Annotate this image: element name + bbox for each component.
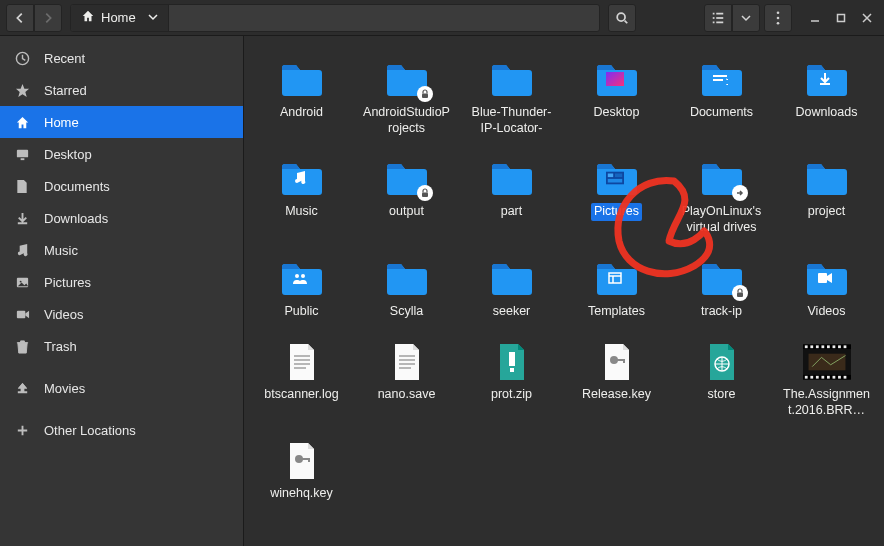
close-button[interactable] [859, 10, 875, 26]
sidebar-item-label: Downloads [44, 211, 108, 226]
lock-badge [417, 86, 433, 102]
item-icon [803, 259, 851, 299]
view-options-button[interactable] [732, 4, 760, 32]
grid-item[interactable]: nano.save [357, 338, 456, 423]
view-group [704, 4, 760, 32]
sidebar-item-label: Home [44, 115, 79, 130]
svg-rect-58 [815, 376, 818, 379]
grid-item[interactable]: store [672, 338, 771, 423]
sidebar-item-videos[interactable]: Videos [0, 298, 243, 330]
svg-point-7 [777, 11, 780, 14]
lock-badge [732, 285, 748, 301]
grid-item[interactable]: Documents [672, 56, 771, 141]
svg-rect-23 [607, 174, 612, 178]
item-icon [698, 259, 746, 299]
sidebar-item-starred[interactable]: Starred [0, 74, 243, 106]
svg-point-15 [19, 280, 21, 282]
svg-rect-57 [810, 376, 813, 379]
document-emblem [711, 72, 729, 86]
grid-item[interactable]: Public [252, 255, 351, 325]
grid-item[interactable]: Pictures [567, 155, 666, 240]
item-label: Android [277, 104, 326, 122]
grid-item[interactable]: Videos [777, 255, 876, 325]
grid-item[interactable]: PlayOnLinux's virtual drives [672, 155, 771, 240]
hamburger-menu-button[interactable] [764, 4, 792, 32]
item-icon [488, 342, 536, 382]
svg-rect-56 [804, 376, 807, 379]
sidebar-item-recent[interactable]: Recent [0, 42, 243, 74]
video-icon [14, 306, 30, 322]
content-area[interactable]: AndroidAndroidStudioProjectsBlue-Thunder… [244, 36, 884, 546]
path-bar[interactable]: Home [70, 4, 600, 32]
sidebar-item-documents[interactable]: Documents [0, 170, 243, 202]
svg-rect-52 [827, 346, 830, 349]
grid-item[interactable]: btscanner.log [252, 338, 351, 423]
grid-item[interactable]: project [777, 155, 876, 240]
item-label: output [386, 203, 427, 221]
grid-item[interactable]: part [462, 155, 561, 240]
desktop-gradient-emblem [606, 72, 624, 86]
svg-rect-16 [16, 310, 24, 318]
svg-point-41 [610, 356, 618, 364]
path-segment-home[interactable]: Home [71, 5, 169, 31]
item-label: Public [281, 303, 321, 321]
grid-item[interactable]: Blue-Thunder-IP-Locator- [462, 56, 561, 141]
sidebar-item-music[interactable]: Music [0, 234, 243, 266]
svg-rect-49 [810, 346, 813, 349]
grid-item[interactable]: Android [252, 56, 351, 141]
grid-item[interactable]: Templates [567, 255, 666, 325]
sidebar-item-label: Movies [44, 381, 85, 396]
sidebar-item-label: Pictures [44, 275, 91, 290]
templates-emblem [606, 271, 624, 285]
svg-point-26 [295, 274, 299, 278]
svg-rect-43 [623, 359, 625, 363]
sidebar-item-label: Documents [44, 179, 110, 194]
svg-rect-17 [422, 94, 428, 99]
svg-rect-3 [713, 17, 715, 19]
grid-item[interactable]: Music [252, 155, 351, 240]
sidebar-item-downloads[interactable]: Downloads [0, 202, 243, 234]
svg-rect-61 [832, 376, 835, 379]
lock-badge [417, 185, 433, 201]
grid-item[interactable]: prot.zip [462, 338, 561, 423]
sidebar-item-home[interactable]: Home [0, 106, 243, 138]
item-icon [383, 60, 431, 100]
grid-item[interactable]: Desktop [567, 56, 666, 141]
svg-rect-30 [818, 273, 827, 283]
svg-rect-5 [713, 21, 715, 23]
svg-rect-29 [737, 292, 743, 297]
svg-rect-20 [713, 79, 723, 81]
grid-item[interactable]: seeker [462, 255, 561, 325]
grid-item[interactable]: Release.key [567, 338, 666, 423]
item-icon [593, 259, 641, 299]
grid-item[interactable]: Downloads [777, 56, 876, 141]
maximize-button[interactable] [833, 10, 849, 26]
back-button[interactable] [6, 4, 34, 32]
home-icon [14, 114, 30, 130]
grid-item[interactable]: output [357, 155, 456, 240]
sidebar-item-label: Other Locations [44, 423, 136, 438]
sidebar-item-desktop[interactable]: Desktop [0, 138, 243, 170]
svg-point-0 [617, 13, 625, 21]
grid-item[interactable]: AndroidStudioProjects [357, 56, 456, 141]
item-icon [278, 342, 326, 382]
grid-item[interactable]: track-ip [672, 255, 771, 325]
sidebar-item-label: Starred [44, 83, 87, 98]
minimize-button[interactable] [807, 10, 823, 26]
item-icon [383, 342, 431, 382]
view-toggle-button[interactable] [704, 4, 732, 32]
svg-point-65 [295, 455, 303, 463]
sidebar-item-pictures[interactable]: Pictures [0, 266, 243, 298]
grid-item[interactable]: winehq.key [252, 437, 351, 507]
grid-item[interactable]: The.Assignment.2016.BRR… [777, 338, 876, 423]
sidebar-item-movies[interactable]: Movies [0, 372, 243, 404]
clock-icon [14, 50, 30, 66]
sidebar-item-trash[interactable]: Trash [0, 330, 243, 362]
grid-item[interactable]: Scylla [357, 255, 456, 325]
item-label: Desktop [591, 104, 643, 122]
search-button[interactable] [608, 4, 636, 32]
svg-point-8 [777, 16, 780, 19]
sidebar-item-other-locations[interactable]: Other Locations [0, 414, 243, 446]
forward-button[interactable] [34, 4, 62, 32]
eject-icon [14, 380, 30, 396]
